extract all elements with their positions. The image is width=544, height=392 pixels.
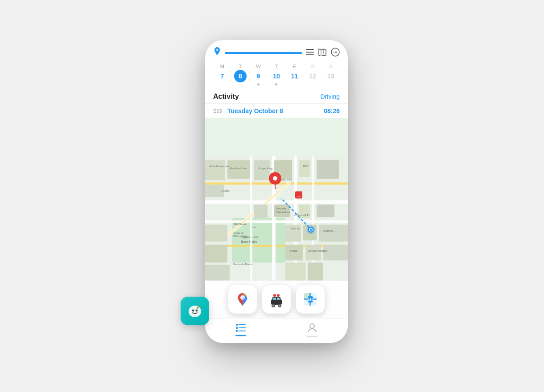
apple-maps-icon[interactable]: 280 A	[296, 285, 325, 314]
day-number-wed: 9	[252, 70, 264, 82]
calendar-day-sat[interactable]: S 12	[306, 64, 319, 86]
svg-rect-5	[306, 52, 314, 53]
svg-point-2	[196, 310, 198, 312]
nav-item-profile[interactable]	[307, 323, 317, 337]
svg-text:KFC: KFC	[303, 165, 309, 167]
day-letter-sun: S	[329, 64, 332, 69]
svg-point-82	[279, 305, 280, 306]
svg-rect-27	[299, 160, 310, 177]
svg-rect-29	[254, 205, 268, 218]
scene: M 7 T 8 W 9	[178, 22, 366, 370]
svg-rect-6	[306, 54, 314, 55]
list-icon[interactable]	[306, 49, 314, 57]
tomtom-icon[interactable]	[262, 285, 291, 314]
day-dot-thu	[275, 83, 277, 86]
svg-text:Puerta de Madrid: Puerta de Madrid	[233, 263, 253, 265]
day-letter-sat: S	[311, 64, 314, 69]
svg-point-85	[273, 294, 276, 297]
day-letter-mon: M	[220, 64, 224, 69]
app-tray: G	[205, 281, 348, 318]
day-number-sun: 13	[325, 70, 337, 82]
calendar-day-tue[interactable]: T 8	[234, 64, 247, 86]
activity-header: Activity Driving	[205, 89, 348, 104]
svg-point-9	[335, 51, 336, 52]
calendar-section: M 7 T 8 W 9	[205, 62, 348, 89]
svg-point-66	[273, 176, 277, 181]
svg-rect-94	[239, 324, 246, 325]
location-icon	[213, 47, 221, 58]
nav-indicator-profile	[307, 336, 317, 337]
day-number-tue: 8	[234, 70, 247, 82]
nav-indicator-activity	[235, 335, 246, 336]
map-area[interactable]: Jardines del Buen Retiro	[205, 118, 348, 318]
svg-rect-36	[205, 225, 227, 242]
svg-text:Triana: Triana	[290, 249, 297, 252]
svg-rect-34	[227, 160, 250, 179]
svg-rect-33	[205, 160, 225, 180]
svg-rect-97	[236, 330, 238, 332]
day-letter-fri: F	[293, 64, 296, 69]
svg-rect-45	[285, 263, 305, 281]
waze-app-icon[interactable]	[181, 297, 209, 325]
svg-rect-37	[205, 245, 227, 263]
svg-text:O'Donnell de: O'Donnell de	[233, 235, 247, 237]
svg-text:de la Concepcion: de la Concepcion	[210, 165, 230, 167]
day-letter-wed: W	[256, 64, 260, 69]
svg-rect-4	[306, 49, 314, 50]
day-letter-thu: T	[275, 64, 278, 69]
svg-text:Pizza-Goya: Pizza-Goya	[276, 211, 291, 213]
timeline-date: Tuesday October 8	[227, 107, 320, 114]
calendar-day-mon[interactable]: M 7	[216, 64, 228, 86]
calendar-day-sun[interactable]: S 13	[325, 64, 337, 86]
svg-rect-83	[273, 298, 276, 300]
phone-frame: M 7 T 8 W 9	[205, 40, 348, 343]
svg-rect-28	[317, 160, 339, 179]
timeline-badge: S53	[213, 108, 224, 114]
svg-rect-20	[294, 156, 297, 281]
day-letter-tue: T	[239, 64, 242, 69]
svg-rect-95	[236, 327, 238, 329]
svg-text:NH Alcalá: NH Alcalá	[234, 223, 246, 225]
svg-text:Levadú: Levadú	[221, 189, 230, 192]
day-dot-wed	[257, 83, 260, 86]
svg-text:Superco...: Superco...	[323, 229, 336, 232]
calendar-row: M 7 T 8 W 9	[213, 64, 340, 86]
svg-rect-84	[277, 298, 280, 300]
svg-point-72	[310, 229, 312, 231]
driving-link[interactable]: Driving	[320, 93, 340, 100]
svg-point-81	[272, 305, 274, 306]
svg-rect-15	[205, 200, 348, 204]
svg-text:Reti: Reti	[252, 226, 256, 229]
calendar-day-fri[interactable]: F 11	[288, 64, 301, 86]
map-background: Jardines del Buen Retiro	[205, 118, 348, 318]
day-number-mon: 7	[216, 70, 228, 82]
nav-list-icon	[236, 324, 246, 334]
svg-text:Clinica Menorca: Clinica Menorca	[308, 249, 327, 252]
day-number-sat: 12	[306, 70, 319, 82]
nav-item-activity[interactable]	[235, 324, 246, 336]
calendar-day-wed[interactable]: W 9	[252, 64, 264, 86]
calendar-day-thu[interactable]: T 10	[270, 64, 283, 86]
svg-rect-25	[254, 160, 270, 180]
svg-text:—: —	[297, 194, 301, 198]
map-icon[interactable]	[318, 48, 326, 58]
svg-rect-44	[323, 245, 348, 261]
timeline-item[interactable]: S53 Tuesday October 8 08:26	[205, 104, 348, 118]
svg-rect-93	[236, 324, 238, 326]
svg-text:Zara H...: Zara H...	[291, 227, 301, 230]
svg-rect-21	[312, 156, 314, 281]
day-number-fri: 11	[288, 70, 301, 82]
svg-text:Buen Retiro: Buen Retiro	[241, 240, 257, 243]
svg-rect-98	[239, 331, 246, 331]
nav-profile-icon	[308, 323, 317, 335]
activity-title: Activity	[213, 93, 239, 101]
bottom-nav	[205, 318, 348, 343]
more-icon[interactable]	[331, 48, 340, 58]
svg-rect-38	[205, 265, 230, 281]
svg-point-99	[310, 324, 314, 328]
svg-point-10	[336, 51, 337, 52]
google-maps-icon[interactable]: G	[228, 285, 257, 314]
day-number-thu: 10	[270, 70, 283, 82]
header-progress-bar	[225, 52, 302, 54]
svg-rect-32	[317, 205, 334, 217]
